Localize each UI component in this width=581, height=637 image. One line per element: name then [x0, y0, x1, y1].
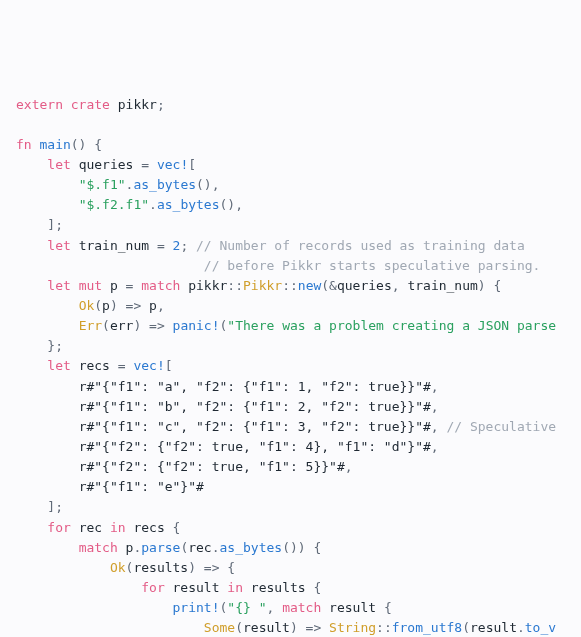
code-line: Ok(results) => { — [16, 558, 581, 578]
token-pun — [16, 157, 47, 172]
token-id: r#"{"f2": {"f2": true, "f1": 4}, "f1": "… — [79, 439, 431, 454]
code-line: ]; — [16, 215, 581, 235]
code-line: print!("{} ", match result { — [16, 598, 581, 618]
token-pun — [16, 520, 47, 535]
token-pun — [243, 580, 251, 595]
token-pun — [71, 358, 79, 373]
token-str: "$.f1" — [79, 177, 126, 192]
token-pun: = — [110, 358, 133, 373]
token-pun: ) => — [133, 318, 172, 333]
token-pun — [16, 439, 79, 454]
token-mac: panic! — [173, 318, 220, 333]
token-str: "{} " — [227, 600, 266, 615]
code-line: extern crate pikkr; — [16, 95, 581, 115]
token-pun — [16, 479, 79, 494]
token-kw: mut — [79, 278, 102, 293]
token-kw: let — [47, 238, 70, 253]
token-pun: , — [431, 379, 439, 394]
token-pun — [16, 560, 110, 575]
token-pun: , — [431, 439, 439, 454]
token-id: r#"{"f2": {"f2": true, "f1": 5}}"# — [79, 459, 345, 474]
token-fn: as_bytes — [157, 197, 220, 212]
token-pun — [118, 540, 126, 555]
token-pun: . — [149, 197, 157, 212]
token-pun: = — [149, 238, 172, 253]
token-mac: print! — [173, 600, 220, 615]
token-pun — [16, 600, 173, 615]
token-fn: new — [298, 278, 321, 293]
token-pun: { — [376, 600, 392, 615]
token-id: results — [133, 560, 188, 575]
token-ty: String — [329, 620, 376, 635]
token-id: p — [102, 298, 110, 313]
token-id: queries — [337, 278, 392, 293]
token-com: // Speculative — [446, 419, 556, 434]
code-line: fn main() { — [16, 135, 581, 155]
token-pun — [16, 620, 204, 635]
token-pun: ( — [94, 298, 102, 313]
token-pun: , — [431, 399, 439, 414]
token-id: recs — [79, 358, 110, 373]
token-pun — [102, 520, 110, 535]
token-pun — [16, 459, 79, 474]
token-pun — [16, 278, 47, 293]
token-pun: :: — [227, 278, 243, 293]
token-pun: ) => — [290, 620, 329, 635]
token-kw: let — [47, 157, 70, 172]
token-kw: in — [227, 580, 243, 595]
token-pun — [16, 358, 47, 373]
token-fn: to_v — [525, 620, 556, 635]
token-id: train_num — [407, 278, 477, 293]
token-pun — [71, 157, 79, 172]
token-pun: ]; — [16, 217, 63, 232]
token-pun — [321, 600, 329, 615]
token-pun — [71, 278, 79, 293]
token-pun — [16, 238, 47, 253]
token-id: p — [149, 298, 157, 313]
token-kw: let — [47, 358, 70, 373]
token-kw: let — [47, 278, 70, 293]
token-id: r#"{"f1": "e"}"# — [79, 479, 204, 494]
token-kw: for — [47, 520, 70, 535]
token-pun: { — [165, 520, 181, 535]
code-block: extern crate pikkr; fn main() { let quer… — [16, 95, 581, 637]
token-pun: , — [431, 419, 447, 434]
token-id: recs — [133, 520, 164, 535]
token-pun: ( — [462, 620, 470, 635]
token-pun — [16, 399, 79, 414]
token-pun: [ — [165, 358, 173, 373]
token-pun — [16, 379, 79, 394]
token-str: "$.f2.f1" — [79, 197, 149, 212]
code-line: // before Pikkr starts speculative parsi… — [16, 256, 581, 276]
code-line: let queries = vec![ — [16, 155, 581, 175]
token-kw: match — [141, 278, 180, 293]
code-line: let train_num = 2; // Number of records … — [16, 236, 581, 256]
token-id: pikkr — [118, 97, 157, 112]
code-line: }; — [16, 336, 581, 356]
token-id: results — [251, 580, 306, 595]
token-pun: , — [392, 278, 408, 293]
token-kw: match — [282, 600, 321, 615]
token-pun — [16, 580, 141, 595]
token-pun: . — [517, 620, 525, 635]
token-pun — [16, 419, 79, 434]
token-kw: for — [141, 580, 164, 595]
token-pun: ) { — [478, 278, 501, 293]
code-line: Ok(p) => p, — [16, 296, 581, 316]
token-id: p — [110, 278, 118, 293]
token-pun: (), — [196, 177, 219, 192]
token-id: train_num — [79, 238, 149, 253]
code-line: Err(err) => panic!("There was a problem … — [16, 316, 581, 336]
code-line: let recs = vec![ — [16, 356, 581, 376]
token-pun: }; — [16, 338, 63, 353]
token-pun — [110, 97, 118, 112]
token-id: result — [329, 600, 376, 615]
token-pun — [16, 177, 79, 192]
code-line: "$.f2.f1".as_bytes(), — [16, 195, 581, 215]
token-pun: [ — [188, 157, 196, 172]
token-pun: ) => — [110, 298, 149, 313]
token-pun: = — [118, 278, 141, 293]
code-line: for rec in recs { — [16, 518, 581, 538]
token-id: queries — [79, 157, 134, 172]
code-line: let mut p = match pikkr::Pikkr::new(&que… — [16, 276, 581, 296]
